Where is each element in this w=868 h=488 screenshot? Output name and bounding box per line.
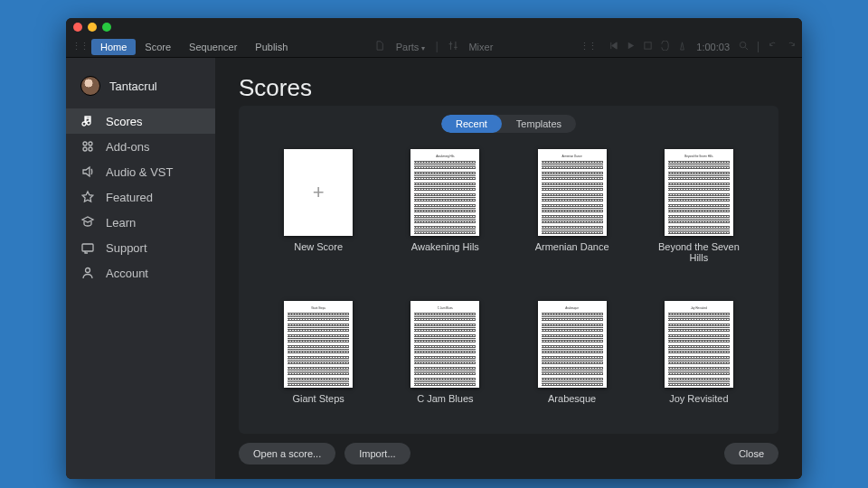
sidebar-item-label: Add-ons	[106, 140, 149, 154]
svg-point-3	[89, 142, 92, 145]
titlebar	[66, 18, 802, 36]
zoom-icon[interactable]	[739, 41, 749, 52]
score-label: Giant Steps	[292, 393, 344, 404]
tab-segmented: RecentTemplates	[441, 115, 576, 133]
menu-item-score[interactable]: Score	[136, 39, 180, 55]
sidebar-item-audio-vst[interactable]: Audio & VST	[66, 159, 215, 184]
sidebar-item-label: Audio & VST	[106, 165, 173, 179]
menu-item-home[interactable]: Home	[91, 39, 136, 55]
tab-recent[interactable]: Recent	[441, 115, 502, 133]
score-label: Beyond the Seven Hills	[654, 241, 744, 263]
main-content: Scores RecentTemplates +New ScoreAwakeni…	[215, 58, 802, 479]
score-thumb: Awakening Hils	[410, 149, 479, 236]
new-score-thumb: +	[284, 149, 353, 236]
addons-icon	[80, 139, 95, 154]
sidebar: Tantacrul ScoresAdd-onsAudio & VSTFeatur…	[66, 58, 215, 479]
play-icon[interactable]	[626, 41, 636, 52]
audio-icon	[80, 164, 95, 179]
svg-point-5	[89, 147, 92, 151]
score-thumb: Giant Steps	[284, 301, 353, 388]
svg-point-7	[86, 268, 90, 273]
score-tile[interactable]: C Jam BluesC Jam Blues	[400, 301, 490, 426]
score-tile[interactable]: Awakening HilsAwakening Hils	[400, 149, 490, 285]
redo-icon[interactable]	[787, 41, 797, 52]
close-window-icon[interactable]	[73, 23, 82, 32]
score-tile[interactable]: Beyond the Seven HillsBeyond the Seven H…	[654, 149, 744, 285]
stop-icon[interactable]	[643, 41, 653, 52]
tab-templates[interactable]: Templates	[502, 115, 576, 133]
page-icon	[375, 41, 385, 52]
avatar	[80, 76, 100, 96]
star-icon	[80, 190, 95, 204]
footer: Open a score... Import... Close	[239, 434, 778, 466]
window-controls	[73, 23, 111, 32]
divider	[436, 42, 437, 52]
import-button[interactable]: Import...	[344, 443, 410, 465]
undo-icon[interactable]	[768, 41, 778, 52]
svg-point-4	[83, 147, 87, 151]
support-icon	[80, 240, 95, 255]
loop-icon[interactable]	[660, 41, 670, 52]
sidebar-item-featured[interactable]: Featured	[66, 184, 215, 210]
score-thumb: Arabesque	[538, 301, 607, 388]
parts-dropdown[interactable]: Parts ▾	[396, 42, 426, 52]
score-tile[interactable]: Armenian DanceArmenian Dance	[527, 149, 618, 285]
user-profile[interactable]: Tantacrul	[66, 69, 215, 108]
score-label: Joy Revisited	[669, 393, 728, 404]
svg-point-1	[740, 42, 745, 47]
sidebar-item-scores[interactable]: Scores	[66, 108, 215, 134]
metronome-icon[interactable]	[677, 41, 687, 52]
score-thumb: Armenian Dance	[538, 149, 607, 236]
sidebar-item-label: Featured	[106, 191, 153, 204]
score-label: Armenian Dance	[535, 241, 609, 252]
score-label: Awakening Hils	[411, 241, 479, 252]
sidebar-item-label: Account	[106, 267, 148, 280]
grip-icon[interactable]: ⋮⋮	[71, 41, 88, 52]
rewind-icon[interactable]	[609, 41, 618, 52]
svg-point-2	[83, 142, 87, 145]
score-tile[interactable]: ArabesqueArabesque	[527, 301, 618, 426]
grip-icon[interactable]: ⋮⋮	[580, 41, 596, 52]
svg-rect-0	[645, 42, 651, 49]
score-tile[interactable]: +New Score	[273, 149, 363, 285]
account-icon	[80, 266, 95, 280]
sidebar-item-learn[interactable]: Learn	[66, 210, 215, 235]
score-thumb: C Jam Blues	[410, 301, 479, 388]
close-button[interactable]: Close	[724, 443, 778, 465]
plus-icon: +	[313, 181, 325, 204]
score-tile[interactable]: Joy RevisitedJoy Revisited	[654, 301, 744, 426]
learn-icon	[80, 215, 95, 230]
menu-item-publish[interactable]: Publish	[246, 39, 297, 55]
open-score-button[interactable]: Open a score...	[239, 443, 335, 465]
username: Tantacrul	[109, 80, 157, 93]
minimize-window-icon[interactable]	[88, 23, 97, 32]
maximize-window-icon[interactable]	[102, 23, 111, 32]
svg-rect-6	[82, 244, 93, 251]
score-thumb: Beyond the Seven Hills	[665, 149, 733, 236]
sidebar-item-add-ons[interactable]: Add-ons	[66, 134, 215, 159]
sidebar-item-support[interactable]: Support	[66, 235, 215, 260]
page-title: Scores	[239, 74, 778, 102]
score-tile[interactable]: Giant StepsGiant Steps	[273, 301, 363, 426]
menubar: ⋮⋮ HomeScoreSequencerPublish Parts ▾ Mix…	[66, 36, 802, 58]
score-thumb: Joy Revisited	[665, 301, 733, 388]
divider	[758, 42, 759, 52]
menubar-center: Parts ▾ Mixer	[375, 41, 494, 52]
score-label: Arabesque	[548, 393, 596, 404]
mixer-button[interactable]: Mixer	[468, 42, 493, 52]
scores-card: RecentTemplates +New ScoreAwakening Hils…	[239, 106, 778, 434]
music-icon	[80, 114, 95, 128]
sidebar-item-label: Support	[106, 241, 147, 255]
sidebar-item-label: Learn	[106, 216, 136, 230]
score-label: New Score	[294, 241, 343, 252]
menubar-right: ⋮⋮ 1:00:03	[580, 41, 797, 52]
scores-grid: +New ScoreAwakening HilsAwakening HilsAr…	[239, 136, 778, 434]
menu-item-sequencer[interactable]: Sequencer	[180, 39, 246, 55]
timecode: 1:00:03	[696, 42, 730, 52]
app-window: ⋮⋮ HomeScoreSequencerPublish Parts ▾ Mix…	[66, 18, 802, 479]
sidebar-item-account[interactable]: Account	[66, 260, 215, 286]
mixer-icon	[448, 41, 458, 52]
sidebar-item-label: Scores	[106, 115, 142, 128]
score-label: C Jam Blues	[417, 393, 473, 404]
